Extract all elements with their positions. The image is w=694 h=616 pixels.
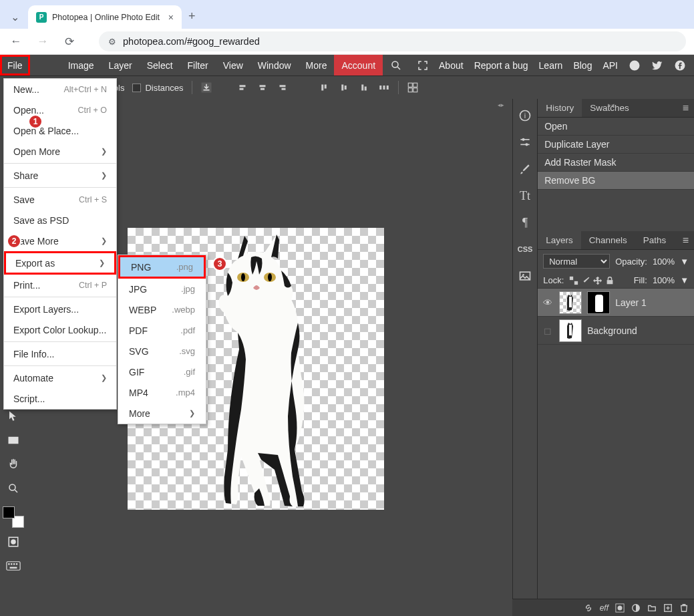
menu-share[interactable]: Share❯ bbox=[4, 165, 116, 186]
folder-icon[interactable] bbox=[647, 603, 657, 613]
reddit-icon[interactable] bbox=[629, 59, 641, 71]
export-png[interactable]: PNG.png bbox=[118, 255, 206, 279]
history-item[interactable]: Add Raster Mask bbox=[538, 154, 694, 172]
distances-toggle[interactable]: Distances bbox=[132, 83, 183, 93]
rectangle-tool[interactable] bbox=[3, 430, 23, 450]
type-icon[interactable]: Tt bbox=[518, 188, 532, 203]
history-item[interactable]: Duplicate Layer bbox=[538, 136, 694, 154]
quickmask-tool[interactable] bbox=[3, 532, 23, 552]
align-left-icon[interactable] bbox=[236, 82, 248, 94]
color-swatches[interactable] bbox=[3, 506, 24, 528]
collapse-icon[interactable]: ▸◂ bbox=[598, 102, 625, 110]
panel-menu-icon[interactable]: ≡ bbox=[677, 235, 694, 247]
lock-position-icon[interactable] bbox=[593, 276, 602, 285]
back-button[interactable]: ← bbox=[8, 35, 24, 48]
menu-save-psd[interactable]: Save as PSD bbox=[4, 210, 116, 230]
export-gif[interactable]: GIF.gif bbox=[118, 361, 206, 382]
fill-value[interactable]: 100% bbox=[653, 275, 675, 285]
fill-dropdown-icon[interactable]: ▼ bbox=[680, 275, 689, 285]
menu-print[interactable]: Print...Ctrl + P bbox=[4, 275, 116, 295]
lock-transparent-icon[interactable] bbox=[569, 276, 578, 285]
tab-list-dropdown[interactable]: ⌄ bbox=[5, 7, 24, 26]
align-top-icon[interactable] bbox=[318, 82, 330, 94]
link-learn[interactable]: Learn bbox=[539, 60, 563, 71]
history-item[interactable]: Open bbox=[538, 118, 694, 136]
facebook-icon[interactable] bbox=[674, 59, 686, 71]
menu-export-color-lookup[interactable]: Export Color Lookup... bbox=[4, 319, 116, 340]
opacity-value[interactable]: 100% bbox=[653, 257, 675, 267]
menu-filter[interactable]: Filter bbox=[180, 55, 216, 75]
export-webp[interactable]: WEBP.webp bbox=[118, 299, 206, 320]
adjustment-icon[interactable] bbox=[631, 603, 641, 613]
mask-icon[interactable] bbox=[615, 603, 625, 613]
menu-file-info[interactable]: File Info... bbox=[4, 343, 116, 364]
menu-select[interactable]: Select bbox=[140, 55, 180, 75]
browser-tab[interactable]: P Photopea | Online Photo Edit × bbox=[28, 5, 182, 29]
export-jpg[interactable]: JPG.jpg bbox=[118, 279, 206, 299]
new-tab-button[interactable]: + bbox=[188, 9, 196, 23]
link-api[interactable]: API bbox=[602, 60, 618, 71]
tab-paths[interactable]: Paths bbox=[635, 231, 675, 249]
paragraph-icon[interactable]: ¶ bbox=[518, 215, 532, 230]
layer-mask-thumbnail[interactable] bbox=[587, 291, 610, 314]
menu-view[interactable]: View bbox=[216, 55, 250, 75]
css-icon[interactable]: CSS bbox=[518, 242, 532, 257]
lock-pixels-icon[interactable] bbox=[581, 276, 590, 285]
distribute-icon[interactable] bbox=[378, 82, 390, 94]
menu-save[interactable]: SaveCtrl + S bbox=[4, 189, 116, 210]
grid-icon[interactable] bbox=[407, 82, 419, 94]
menu-export-layers[interactable]: Export Layers... bbox=[4, 299, 116, 319]
layer-row[interactable]: 👁 Layer 1 bbox=[538, 289, 694, 317]
layer-thumbnail[interactable] bbox=[559, 319, 582, 342]
menu-new[interactable]: New...Alt+Ctrl + N bbox=[4, 79, 116, 100]
panel-menu-icon[interactable]: ≡ bbox=[677, 102, 694, 114]
layer-name[interactable]: Background bbox=[587, 325, 637, 336]
tab-history[interactable]: History bbox=[538, 99, 582, 117]
export-svg[interactable]: SVG.svg bbox=[118, 341, 206, 361]
trash-icon[interactable] bbox=[679, 603, 689, 613]
twitter-icon[interactable] bbox=[651, 59, 663, 71]
close-tab-icon[interactable]: × bbox=[168, 12, 174, 23]
align-right-icon[interactable] bbox=[277, 82, 289, 94]
export-mp4[interactable]: MP4.mp4 bbox=[118, 382, 206, 403]
menu-more[interactable]: More bbox=[299, 55, 335, 75]
visibility-toggle[interactable]: ◻ bbox=[542, 325, 554, 336]
zoom-tool[interactable] bbox=[3, 478, 23, 498]
align-bottom-icon[interactable] bbox=[358, 82, 370, 94]
tab-channels[interactable]: Channels bbox=[581, 231, 635, 249]
visibility-toggle[interactable]: 👁 bbox=[542, 297, 554, 308]
menu-script[interactable]: Script... bbox=[4, 388, 116, 409]
export-pdf[interactable]: PDF.pdf bbox=[118, 320, 206, 341]
keyboard-icon[interactable] bbox=[3, 556, 23, 576]
tab-layers[interactable]: Layers bbox=[538, 231, 581, 249]
lock-all-icon[interactable] bbox=[605, 276, 615, 285]
site-info-icon[interactable]: ⚙ bbox=[108, 37, 116, 47]
link-icon[interactable] bbox=[584, 603, 593, 613]
info-icon[interactable]: i bbox=[518, 108, 532, 123]
sliders-icon[interactable] bbox=[518, 135, 532, 150]
opacity-dropdown-icon[interactable]: ▼ bbox=[680, 257, 689, 267]
blend-mode-select[interactable]: Normal bbox=[543, 254, 610, 269]
reload-button[interactable]: ⟳ bbox=[61, 35, 77, 49]
align-center-h-icon[interactable] bbox=[256, 82, 269, 94]
menu-automate[interactable]: Automate❯ bbox=[4, 367, 116, 388]
layer-name[interactable]: Layer 1 bbox=[615, 297, 647, 308]
url-input[interactable]: ⚙ photopea.com/#goog_rewarded bbox=[99, 31, 686, 51]
menu-account[interactable]: Account bbox=[334, 55, 383, 75]
collapse-icon[interactable]: ◂▸ bbox=[488, 102, 514, 110]
menu-open-place[interactable]: Open & Place... bbox=[4, 120, 116, 141]
download-icon[interactable] bbox=[200, 82, 212, 94]
image-icon[interactable] bbox=[518, 269, 532, 283]
link-blog[interactable]: Blog bbox=[573, 60, 592, 71]
new-layer-icon[interactable] bbox=[663, 603, 673, 613]
fullscreen-icon[interactable] bbox=[409, 55, 436, 75]
brush-icon[interactable] bbox=[518, 162, 532, 176]
menu-window[interactable]: Window bbox=[250, 55, 299, 75]
align-middle-icon[interactable] bbox=[338, 82, 350, 94]
layer-row[interactable]: ◻ Background bbox=[538, 317, 694, 345]
link-about[interactable]: About bbox=[439, 60, 464, 71]
forward-button[interactable]: → bbox=[35, 35, 51, 48]
link-report-bug[interactable]: Report a bug bbox=[474, 60, 528, 71]
layer-thumbnail[interactable] bbox=[559, 291, 582, 314]
hand-tool[interactable] bbox=[3, 454, 23, 474]
